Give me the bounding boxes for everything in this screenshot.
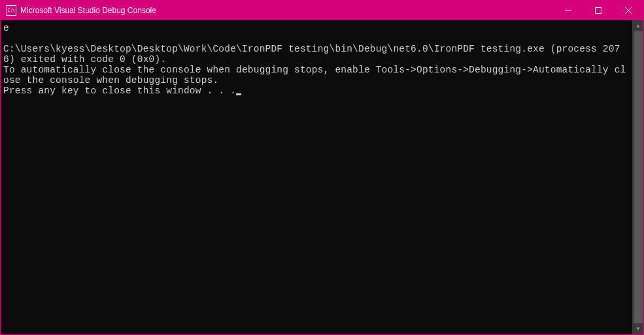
scroll-up-button[interactable]: ▲: [633, 20, 643, 31]
console-output[interactable]: e C:\Users\kyess\Desktop\Desktop\Work\Co…: [1, 20, 632, 334]
app-icon: C:\: [6, 5, 16, 16]
content-area: e C:\Users\kyess\Desktop\Desktop\Work\Co…: [1, 20, 643, 334]
console-line: e: [3, 23, 9, 33]
titlebar[interactable]: C:\ Microsoft Visual Studio Debug Consol…: [1, 1, 643, 20]
scroll-track[interactable]: [633, 31, 643, 323]
close-icon: [625, 7, 632, 14]
console-line: To automatically close the console when …: [3, 65, 626, 86]
console-line: Press any key to close this window . . .: [3, 86, 236, 96]
text-cursor: [236, 93, 241, 95]
window-title: Microsoft Visual Studio Debug Console: [20, 6, 156, 15]
maximize-button[interactable]: [583, 1, 613, 20]
close-button[interactable]: [613, 1, 643, 20]
console-window: C:\ Microsoft Visual Studio Debug Consol…: [0, 0, 644, 335]
minimize-button[interactable]: [553, 1, 583, 20]
vertical-scrollbar[interactable]: ▲ ▼: [632, 20, 643, 334]
scroll-down-button[interactable]: ▼: [633, 323, 643, 334]
minimize-icon: [565, 7, 571, 14]
svg-rect-1: [596, 8, 602, 14]
console-line: C:\Users\kyess\Desktop\Desktop\Work\Code…: [3, 44, 620, 65]
scroll-thumb[interactable]: [634, 31, 643, 323]
maximize-icon: [595, 7, 602, 14]
